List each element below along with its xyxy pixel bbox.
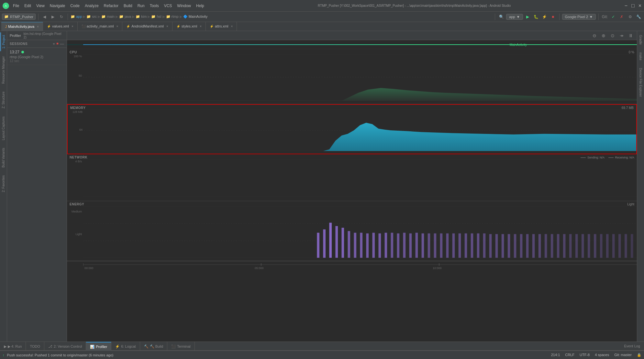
sidebar-make-tab[interactable]: make [638, 50, 643, 63]
breadcrumb-java[interactable]: 📁 java [119, 15, 131, 19]
menu-file[interactable]: File [13, 4, 19, 8]
run-button[interactable]: ▶ [524, 13, 531, 20]
svg-rect-63 [631, 234, 633, 258]
maximize-button[interactable]: □ [631, 3, 635, 9]
git-x[interactable]: ✗ [618, 13, 625, 20]
cpu-section[interactable]: CPU 0 % 100 % 50 [67, 49, 637, 104]
sessions-controls[interactable]: + ■ — [53, 41, 64, 46]
tab-logcat[interactable]: ⚡ 6: Logcat [111, 342, 140, 351]
svg-rect-45 [520, 234, 523, 258]
menu-run[interactable]: Run [138, 4, 145, 8]
back-button[interactable]: ◀ [41, 13, 48, 20]
status-indent[interactable]: 4 spaces [595, 353, 609, 357]
menu-analyze[interactable]: Analyze [85, 4, 99, 8]
lock-icon[interactable]: 🔒 [637, 353, 641, 357]
window-controls[interactable]: − □ × [625, 3, 641, 9]
add-session-button[interactable]: + [53, 41, 55, 46]
live-btn[interactable]: ↠ [618, 32, 625, 39]
tab-todo[interactable]: TODO [26, 342, 44, 351]
debug-button[interactable]: 🐛 [533, 13, 540, 20]
forward-button[interactable]: ▶ [50, 13, 57, 20]
tab-profiler[interactable]: 📊 Profiler [86, 342, 111, 351]
breadcrumb-app[interactable]: 📁 app [71, 15, 82, 19]
sidebar-project-tab[interactable]: 1: Project [0, 32, 6, 51]
status-encoding[interactable]: UTF-8 [580, 353, 590, 357]
menu-code[interactable]: Code [70, 4, 80, 8]
sidebar-gradle-tab[interactable]: Gradle [638, 32, 643, 47]
energy-section[interactable]: ENERGY Light Medium Light [67, 201, 637, 261]
tab-terminal[interactable]: ⬛ Terminal [167, 342, 195, 351]
app-dropdown[interactable]: app ▼ [506, 14, 523, 20]
close-tab-styles[interactable]: × [200, 25, 202, 28]
profiler-label[interactable]: Profiler [10, 34, 21, 38]
stop-run-button[interactable]: ■ [550, 13, 557, 20]
minimize-button[interactable]: − [625, 3, 627, 9]
breadcrumb-src[interactable]: 📁 src [86, 15, 97, 19]
tab-version-control[interactable]: ⎇ 2: Version Control [44, 342, 86, 351]
file-tab-attrs[interactable]: ⚡ attrs.xml × [206, 22, 237, 31]
breadcrumb-hsl[interactable]: 📁 hsl [151, 15, 161, 19]
git-options[interactable]: ⚙ [627, 13, 634, 20]
close-tab-attrs[interactable]: × [231, 25, 233, 28]
zoom-fit-btn[interactable]: ⊕ [600, 32, 607, 39]
sidebar-structure-tab[interactable]: Z: Structure [1, 89, 6, 111]
profiler-toolbar-right[interactable]: ⊖ ⊕ ⊙ ↠ ⏸ [591, 32, 634, 39]
status-line-ending[interactable]: CRLF [565, 353, 574, 357]
zoom-in-btn[interactable]: ⊙ [609, 32, 616, 39]
session-item[interactable]: 13:27 rtmp (Google Pixel 2) 12 sec [7, 48, 67, 65]
breadcrumb-mainactivity[interactable]: 🔷 MainActivity [183, 15, 208, 19]
file-tab-values[interactable]: ⚡ values.xml × [43, 22, 78, 31]
search-icon[interactable]: 🔍 [498, 13, 505, 20]
event-log-btn[interactable]: Event Log [620, 342, 644, 350]
breadcrumb-main[interactable]: 📁 main [101, 15, 115, 19]
status-position[interactable]: 214:1 [551, 353, 560, 357]
memory-svg [84, 110, 636, 151]
close-tab-values[interactable]: × [72, 25, 73, 28]
menu-window[interactable]: Window [177, 4, 191, 8]
sidebar-resource-tab[interactable]: Resource Manager [1, 54, 6, 86]
close-tab-activity[interactable]: × [117, 25, 118, 28]
sidebar-device-file-tab[interactable]: Device File Explorer [638, 65, 643, 99]
menu-vcs[interactable]: VCS [164, 4, 172, 8]
menu-tools[interactable]: Tools [150, 4, 159, 8]
sidebar-layout-tab[interactable]: Layout Captures [1, 114, 6, 143]
menu-help[interactable]: Help [196, 4, 204, 8]
profile-button[interactable]: ⚡ [541, 13, 548, 20]
memory-section[interactable]: MEMORY 69.7 MB 128 MB 64 [67, 104, 637, 154]
git-checkmark[interactable]: ✓ [610, 13, 617, 20]
settings-icon[interactable]: 🔧 [635, 13, 642, 20]
breadcrumb-kim[interactable]: 📁 kim [136, 15, 147, 19]
file-tab-activity[interactable]: ⬛ activity_main.xml × [78, 22, 123, 31]
memory-chart [84, 110, 636, 151]
svg-rect-29 [422, 234, 424, 258]
menu-edit[interactable]: Edit [24, 4, 31, 8]
refresh-button[interactable]: ↻ [58, 13, 65, 20]
profiler-session-label[interactable]: kim.hsl.rtmp (Google Pixel 2) [24, 32, 64, 39]
menu-build[interactable]: Build [124, 4, 132, 8]
file-tab-manifest[interactable]: ⚡ AndroidManifest.xml × [122, 22, 172, 31]
file-tab-mainactivity[interactable]: J MainActivity.java × [1, 22, 43, 31]
menu-navigate[interactable]: Navigate [50, 4, 65, 8]
tab-build[interactable]: 🔨 🔨 Build [140, 342, 168, 351]
menu-refactor[interactable]: Refactor [104, 4, 118, 8]
device-selector[interactable]: Google Pixel 2 ▼ [562, 14, 596, 20]
close-button[interactable]: × [638, 3, 641, 9]
menu-bar[interactable]: File Edit View Navigate Code Analyze Ref… [13, 4, 204, 8]
minimize-session-button[interactable]: — [60, 41, 64, 46]
close-tab-mainactivity[interactable]: × [37, 25, 39, 28]
breadcrumb-rtmp[interactable]: 📁 rtmp [166, 15, 179, 19]
close-tab-manifest[interactable]: × [166, 25, 168, 28]
xml-icon-3: ⚡ [126, 25, 130, 28]
git-icon[interactable]: Git: [601, 13, 608, 20]
stop-session-button[interactable]: ■ [56, 41, 59, 46]
sidebar-build-tab[interactable]: Build Variants [1, 145, 6, 170]
zoom-out-btn[interactable]: ⊖ [591, 32, 598, 39]
status-branch[interactable]: Git: master [614, 353, 632, 357]
project-selector[interactable]: 📁 RTMP_Pusher [2, 14, 36, 20]
menu-view[interactable]: View [36, 4, 45, 8]
file-tab-styles[interactable]: ⚡ styles.xml × [172, 22, 206, 31]
sidebar-favorites-tab[interactable]: 2: Favorites [1, 173, 6, 195]
network-section[interactable]: NETWORK Sending: N/A Receiving: N/A [67, 154, 637, 201]
pause-profiler-btn[interactable]: ⏸ [627, 32, 634, 39]
tab-run[interactable]: ▶ ▶ 4: Run [0, 342, 26, 351]
